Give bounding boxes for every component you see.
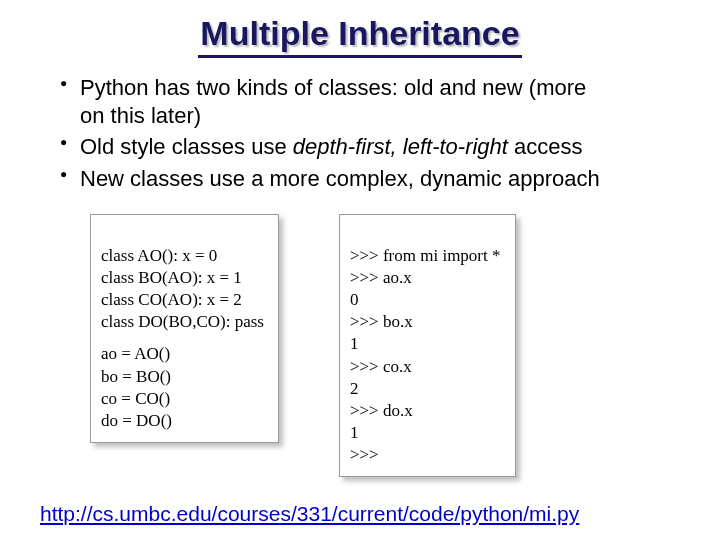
code-line: class AO(): x = 0	[101, 246, 217, 265]
code-line: 0	[350, 290, 359, 309]
bullet-text: Python has two kinds of classes: old and…	[80, 75, 586, 100]
bullet-text-italic: depth-first, left-to-right	[293, 134, 508, 159]
code-line: co = CO()	[101, 389, 170, 408]
code-line: class BO(AO): x = 1	[101, 268, 242, 287]
code-line: 1	[350, 423, 359, 442]
bullet-item: Python has two kinds of classes: old and…	[60, 74, 680, 129]
code-line: >>> ao.x	[350, 268, 412, 287]
code-box-repl: >>> from mi import * >>> ao.x 0 >>> bo.x…	[339, 214, 516, 477]
bullet-text: Old style classes use	[80, 134, 293, 159]
code-line: bo = BO()	[101, 367, 171, 386]
code-line: do = DO()	[101, 411, 172, 430]
code-line: class CO(AO): x = 2	[101, 290, 242, 309]
code-line: >>> do.x	[350, 401, 413, 420]
code-line: >>> from mi import *	[350, 246, 501, 265]
slide-title: Multiple Inheritance	[198, 14, 521, 58]
code-line: 1	[350, 334, 359, 353]
code-line: >>> bo.x	[350, 312, 413, 331]
code-gap	[101, 333, 264, 343]
bullet-text: New classes use a more complex, dynamic …	[80, 166, 600, 191]
code-line: 2	[350, 379, 359, 398]
code-line: class DO(BO,CO): pass	[101, 312, 264, 331]
code-line: >>>	[350, 445, 379, 464]
bullet-list: Python has two kinds of classes: old and…	[0, 64, 720, 192]
bullet-item: New classes use a more complex, dynamic …	[60, 165, 680, 193]
bullet-text: on this later)	[80, 103, 201, 128]
title-wrap: Multiple Inheritance	[0, 0, 720, 64]
source-link[interactable]: http://cs.umbc.edu/courses/331/current/c…	[40, 502, 579, 526]
code-line: >>> co.x	[350, 357, 412, 376]
code-line: ao = AO()	[101, 344, 170, 363]
bullet-text: access	[508, 134, 583, 159]
bullet-item: Old style classes use depth-first, left-…	[60, 133, 680, 161]
code-columns: class AO(): x = 0 class BO(AO): x = 1 cl…	[0, 196, 720, 477]
code-box-definitions: class AO(): x = 0 class BO(AO): x = 1 cl…	[90, 214, 279, 443]
